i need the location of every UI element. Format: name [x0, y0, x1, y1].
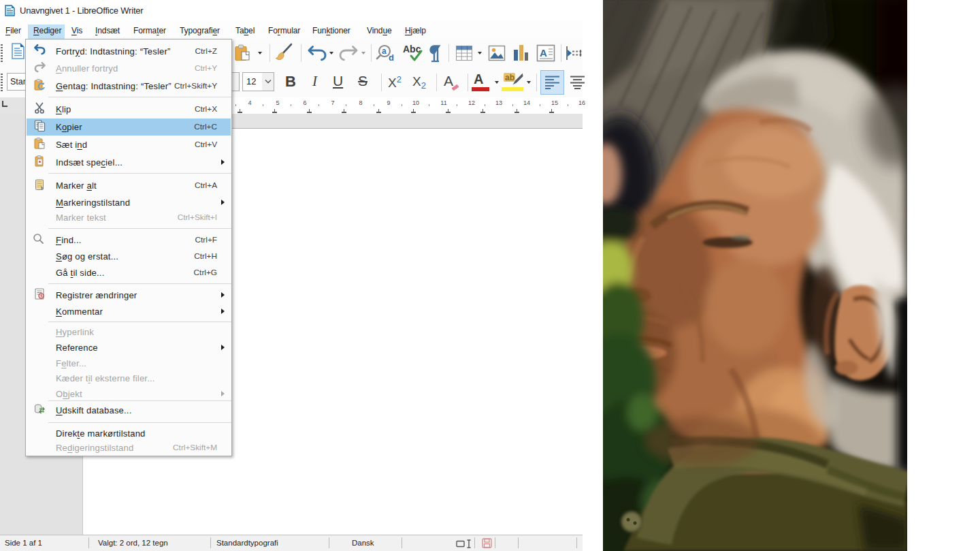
svg-text:d: d [389, 52, 394, 63]
svg-text:a: a [382, 46, 387, 56]
svg-text:Abc: Abc [403, 44, 421, 54]
svg-text:A: A [540, 47, 547, 59]
svg-text:ab: ab [505, 73, 514, 82]
